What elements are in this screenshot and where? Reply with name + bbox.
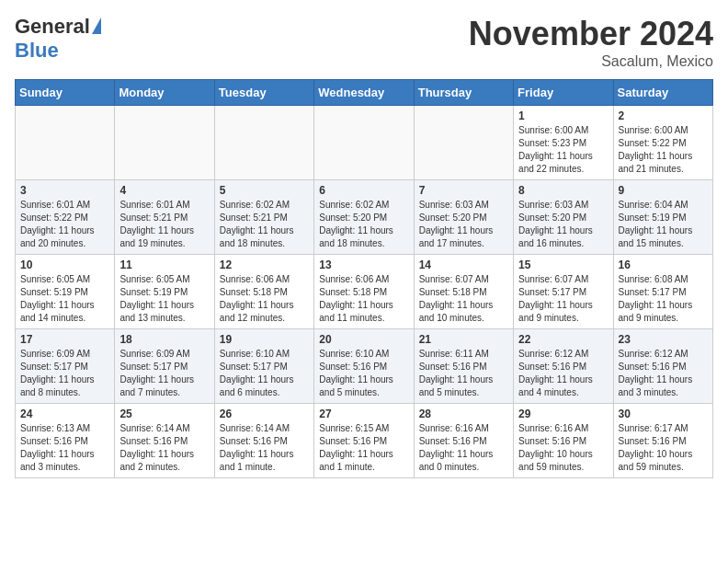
calendar-cell: 8Sunrise: 6:03 AM Sunset: 5:20 PM Daylig… [514,180,613,255]
calendar-cell: 1Sunrise: 6:00 AM Sunset: 5:23 PM Daylig… [514,106,613,180]
day-detail: Sunrise: 6:04 AM Sunset: 5:19 PM Dayligh… [619,199,708,250]
day-detail: Sunrise: 6:14 AM Sunset: 5:16 PM Dayligh… [220,422,309,474]
day-detail: Sunrise: 6:08 AM Sunset: 5:17 PM Dayligh… [619,273,708,325]
day-number: 4 [119,184,209,197]
calendar-cell: 29Sunrise: 6:16 AM Sunset: 5:16 PM Dayli… [514,404,613,478]
weekday-header-monday: Monday [115,80,214,106]
logo-blue-text: Blue [15,39,59,63]
calendar-cell: 24Sunrise: 6:13 AM Sunset: 5:16 PM Dayli… [16,404,115,478]
calendar-cell: 21Sunrise: 6:11 AM Sunset: 5:16 PM Dayli… [414,329,513,404]
day-number: 22 [518,333,608,346]
calendar-cell: 28Sunrise: 6:16 AM Sunset: 5:16 PM Dayli… [414,404,513,478]
day-number: 3 [20,184,109,197]
calendar-cell: 6Sunrise: 6:02 AM Sunset: 5:20 PM Daylig… [314,180,414,255]
day-detail: Sunrise: 6:03 AM Sunset: 5:20 PM Dayligh… [518,199,608,250]
day-number: 21 [419,333,508,346]
calendar-cell: 19Sunrise: 6:10 AM Sunset: 5:17 PM Dayli… [214,329,313,404]
calendar-cell: 27Sunrise: 6:15 AM Sunset: 5:16 PM Dayli… [314,404,414,478]
day-number: 17 [20,333,109,346]
calendar-cell: 14Sunrise: 6:07 AM Sunset: 5:18 PM Dayli… [414,255,513,329]
day-number: 19 [220,333,309,346]
calendar-cell [115,106,214,180]
weekday-header-wednesday: Wednesday [314,80,414,106]
calendar-cell: 22Sunrise: 6:12 AM Sunset: 5:16 PM Dayli… [514,329,613,404]
logo-general-text: General [15,15,90,39]
calendar-cell: 30Sunrise: 6:17 AM Sunset: 5:16 PM Dayli… [613,404,712,478]
weekday-header-sunday: Sunday [16,80,115,106]
day-number: 24 [20,408,109,420]
day-detail: Sunrise: 6:12 AM Sunset: 5:16 PM Dayligh… [518,348,608,399]
day-detail: Sunrise: 6:10 AM Sunset: 5:16 PM Dayligh… [319,348,408,399]
day-detail: Sunrise: 6:10 AM Sunset: 5:17 PM Dayligh… [220,348,309,399]
day-number: 26 [220,408,309,420]
calendar-cell: 2Sunrise: 6:00 AM Sunset: 5:22 PM Daylig… [613,106,712,180]
day-detail: Sunrise: 6:06 AM Sunset: 5:18 PM Dayligh… [319,273,408,325]
day-number: 30 [619,408,708,420]
day-detail: Sunrise: 6:05 AM Sunset: 5:19 PM Dayligh… [119,273,209,325]
calendar-cell [16,106,115,180]
day-number: 18 [119,333,209,346]
day-detail: Sunrise: 6:09 AM Sunset: 5:17 PM Dayligh… [20,348,109,399]
day-number: 6 [319,184,408,197]
calendar-cell: 17Sunrise: 6:09 AM Sunset: 5:17 PM Dayli… [16,329,115,404]
calendar-cell [414,106,513,180]
calendar-week-row: 17Sunrise: 6:09 AM Sunset: 5:17 PM Dayli… [16,329,713,404]
day-number: 20 [319,333,408,346]
page-header: General Blue November 2024 Sacalum, Mexi… [15,15,713,70]
calendar-cell: 26Sunrise: 6:14 AM Sunset: 5:16 PM Dayli… [214,404,313,478]
day-detail: Sunrise: 6:15 AM Sunset: 5:16 PM Dayligh… [319,422,408,474]
day-detail: Sunrise: 6:13 AM Sunset: 5:16 PM Dayligh… [20,422,109,474]
day-detail: Sunrise: 6:06 AM Sunset: 5:18 PM Dayligh… [220,273,309,325]
calendar-week-row: 1Sunrise: 6:00 AM Sunset: 5:23 PM Daylig… [16,106,713,180]
calendar-cell: 15Sunrise: 6:07 AM Sunset: 5:17 PM Dayli… [514,255,613,329]
day-number: 29 [518,408,608,420]
weekday-header-friday: Friday [514,80,613,106]
calendar-cell: 11Sunrise: 6:05 AM Sunset: 5:19 PM Dayli… [115,255,214,329]
calendar-cell [314,106,414,180]
day-detail: Sunrise: 6:12 AM Sunset: 5:16 PM Dayligh… [619,348,708,399]
day-detail: Sunrise: 6:03 AM Sunset: 5:20 PM Dayligh… [419,199,508,250]
calendar-cell: 13Sunrise: 6:06 AM Sunset: 5:18 PM Dayli… [314,255,414,329]
day-detail: Sunrise: 6:02 AM Sunset: 5:21 PM Dayligh… [220,199,309,250]
weekday-header-tuesday: Tuesday [214,80,313,106]
calendar-cell: 9Sunrise: 6:04 AM Sunset: 5:19 PM Daylig… [613,180,712,255]
calendar-cell: 7Sunrise: 6:03 AM Sunset: 5:20 PM Daylig… [414,180,513,255]
calendar-cell: 4Sunrise: 6:01 AM Sunset: 5:21 PM Daylig… [115,180,214,255]
calendar-cell: 16Sunrise: 6:08 AM Sunset: 5:17 PM Dayli… [613,255,712,329]
calendar-cell: 23Sunrise: 6:12 AM Sunset: 5:16 PM Dayli… [613,329,712,404]
logo-triangle-icon [92,17,101,34]
day-detail: Sunrise: 6:00 AM Sunset: 5:22 PM Dayligh… [619,124,708,176]
day-number: 5 [220,184,309,197]
calendar-cell [214,106,313,180]
day-number: 14 [419,259,508,271]
calendar-cell: 12Sunrise: 6:06 AM Sunset: 5:18 PM Dayli… [214,255,313,329]
calendar-week-row: 10Sunrise: 6:05 AM Sunset: 5:19 PM Dayli… [16,255,713,329]
day-detail: Sunrise: 6:00 AM Sunset: 5:23 PM Dayligh… [518,124,608,176]
day-number: 7 [419,184,508,197]
day-detail: Sunrise: 6:07 AM Sunset: 5:18 PM Dayligh… [419,273,508,325]
day-number: 12 [220,259,309,271]
weekday-header-thursday: Thursday [414,80,513,106]
day-detail: Sunrise: 6:07 AM Sunset: 5:17 PM Dayligh… [518,273,608,325]
location-subtitle: Sacalum, Mexico [469,53,713,70]
day-number: 25 [119,408,209,420]
calendar-cell: 18Sunrise: 6:09 AM Sunset: 5:17 PM Dayli… [115,329,214,404]
day-detail: Sunrise: 6:11 AM Sunset: 5:16 PM Dayligh… [419,348,508,399]
day-detail: Sunrise: 6:09 AM Sunset: 5:17 PM Dayligh… [119,348,209,399]
day-detail: Sunrise: 6:02 AM Sunset: 5:20 PM Dayligh… [319,199,408,250]
day-number: 11 [119,259,209,271]
calendar-cell: 10Sunrise: 6:05 AM Sunset: 5:19 PM Dayli… [16,255,115,329]
day-detail: Sunrise: 6:16 AM Sunset: 5:16 PM Dayligh… [518,422,608,474]
day-detail: Sunrise: 6:01 AM Sunset: 5:21 PM Dayligh… [119,199,209,250]
calendar-week-row: 3Sunrise: 6:01 AM Sunset: 5:22 PM Daylig… [16,180,713,255]
day-number: 16 [619,259,708,271]
calendar-table: SundayMondayTuesdayWednesdayThursdayFrid… [15,79,713,478]
day-number: 10 [20,259,109,271]
day-detail: Sunrise: 6:01 AM Sunset: 5:22 PM Dayligh… [20,199,109,250]
day-number: 13 [319,259,408,271]
calendar-cell: 25Sunrise: 6:14 AM Sunset: 5:16 PM Dayli… [115,404,214,478]
day-number: 9 [619,184,708,197]
day-detail: Sunrise: 6:16 AM Sunset: 5:16 PM Dayligh… [419,422,508,474]
day-number: 15 [518,259,608,271]
logo: General Blue [15,15,101,63]
